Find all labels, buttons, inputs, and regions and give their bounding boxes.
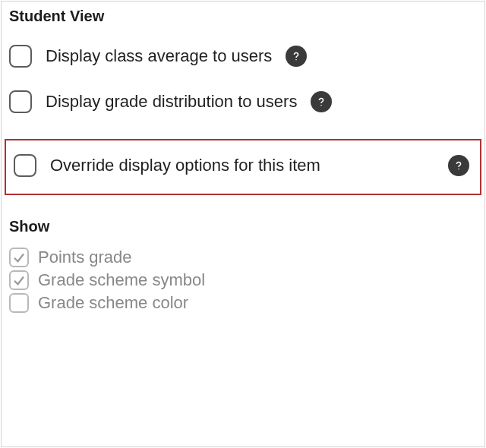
help-icon[interactable] bbox=[448, 155, 469, 176]
option-row-class-average: Display class average to users bbox=[2, 36, 484, 77]
help-icon[interactable] bbox=[311, 91, 332, 112]
option-label: Display grade distribution to users bbox=[46, 92, 297, 112]
override-highlight: Override display options for this item bbox=[5, 139, 481, 195]
show-row-points-grade: Points grade bbox=[2, 246, 484, 269]
help-icon[interactable] bbox=[286, 46, 307, 67]
option-row-grade-distribution: Display grade distribution to users bbox=[2, 81, 484, 122]
show-heading: Show bbox=[2, 213, 484, 241]
checkbox-points-grade bbox=[9, 248, 29, 267]
checkbox-override[interactable] bbox=[14, 154, 36, 177]
show-label: Grade scheme color bbox=[38, 293, 188, 313]
checkbox-grade-distribution[interactable] bbox=[9, 90, 32, 113]
checkbox-scheme-color bbox=[9, 293, 29, 313]
student-view-panel: Student View Display class average to us… bbox=[1, 1, 485, 447]
show-row-scheme-symbol: Grade scheme symbol bbox=[2, 269, 484, 292]
show-label: Grade scheme symbol bbox=[38, 270, 205, 290]
show-label: Points grade bbox=[38, 248, 132, 267]
checkbox-class-average[interactable] bbox=[9, 45, 32, 68]
option-label: Display class average to users bbox=[46, 46, 272, 66]
checkbox-scheme-symbol bbox=[9, 270, 29, 290]
show-row-scheme-color: Grade scheme color bbox=[2, 292, 484, 314]
option-label: Override display options for this item bbox=[50, 156, 320, 175]
option-row-override: Override display options for this item bbox=[11, 154, 475, 177]
section-heading: Student View bbox=[2, 2, 484, 36]
